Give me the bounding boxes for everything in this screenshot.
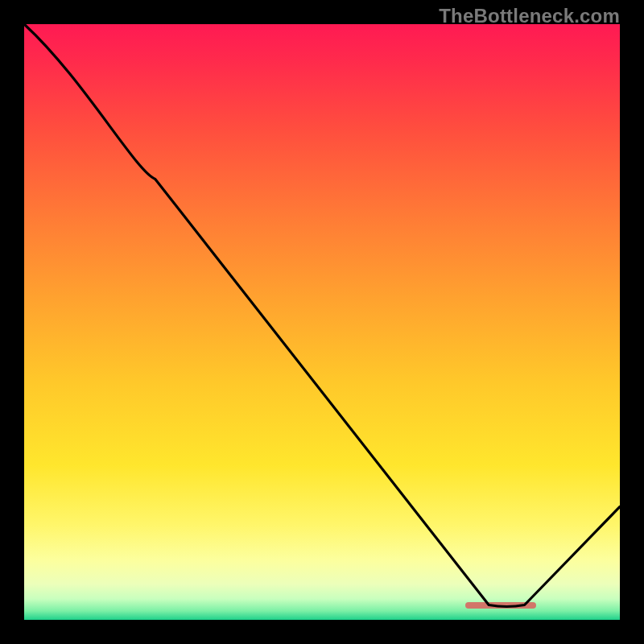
gradient-background (24, 24, 620, 620)
bottleneck-marker (465, 602, 537, 609)
chart-stage: TheBottleneck.com (0, 0, 644, 644)
svg-rect-0 (24, 24, 620, 620)
plot-area (24, 24, 620, 620)
